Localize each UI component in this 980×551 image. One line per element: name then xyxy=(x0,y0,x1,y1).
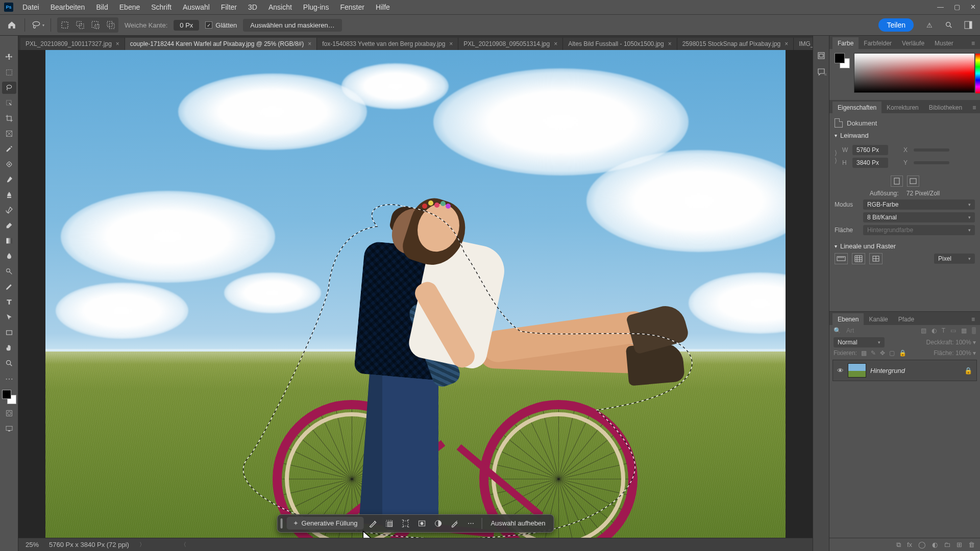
home-icon[interactable] xyxy=(5,18,18,32)
document-tab[interactable]: Altes Bild Fussball - 1050x1500.jpg× xyxy=(563,38,677,50)
lock-transparency-icon[interactable]: ▩ xyxy=(861,349,867,357)
panel-tab-adjustments[interactable]: Korrekturen xyxy=(881,102,924,113)
menu-filter[interactable]: Filter xyxy=(216,1,242,13)
select-and-mask-button[interactable]: Auswählen und maskieren… xyxy=(243,19,341,32)
taskbar-drag-handle-icon[interactable] xyxy=(281,518,283,529)
eyedropper-tool-icon[interactable] xyxy=(2,143,16,155)
layer-effects-icon[interactable]: fx xyxy=(907,541,912,548)
orientation-portrait-icon[interactable] xyxy=(891,176,903,187)
menu-layer[interactable]: Ebene xyxy=(114,1,145,13)
layer-fill-input[interactable]: 100% xyxy=(955,349,971,357)
more-options-icon[interactable]: ⋯ xyxy=(463,516,478,531)
panel-tab-swatches[interactable]: Farbfelder xyxy=(859,37,897,49)
scroll-left-icon[interactable]: 〈 xyxy=(181,541,186,548)
document-tab[interactable]: 2598015 StockSnap auf Pixabay.jpg× xyxy=(677,38,794,50)
color-swap-icon[interactable] xyxy=(2,390,16,404)
tab-close-icon[interactable]: × xyxy=(785,40,788,47)
menu-file[interactable]: Datei xyxy=(17,1,44,13)
blur-tool-icon[interactable] xyxy=(2,250,16,262)
modify-selection-icon[interactable] xyxy=(365,516,380,531)
dodge-tool-icon[interactable] xyxy=(2,265,16,278)
selection-add-icon[interactable] xyxy=(74,18,87,32)
filter-smart-icon[interactable]: ▦ xyxy=(961,327,967,334)
rectangle-tool-icon[interactable] xyxy=(2,327,16,339)
guides-toggle-icon[interactable] xyxy=(869,253,883,264)
opacity-input[interactable]: 100% xyxy=(955,339,971,346)
y-input[interactable] xyxy=(914,161,949,164)
menu-select[interactable]: Auswahl xyxy=(178,1,215,13)
window-minimize-icon[interactable]: — xyxy=(937,3,944,11)
clone-stamp-tool-icon[interactable] xyxy=(2,189,16,201)
ruler-toggle-icon[interactable] xyxy=(835,253,848,264)
menu-help[interactable]: Hilfe xyxy=(371,1,395,13)
move-tool-icon[interactable] xyxy=(2,51,16,63)
filter-toggle-icon[interactable] xyxy=(972,327,976,334)
panel-tab-layers[interactable]: Ebenen xyxy=(832,313,864,325)
document-info[interactable]: 5760 Px x 3840 Px (72 ppi) xyxy=(49,541,129,548)
lock-artboard-icon[interactable]: ▢ xyxy=(889,349,895,357)
panel-menu-icon[interactable]: ≡ xyxy=(966,37,980,49)
tab-close-icon[interactable]: × xyxy=(449,40,453,47)
status-flyout-icon[interactable]: 〉 xyxy=(139,541,145,548)
feather-input[interactable]: 0 Px xyxy=(174,20,199,31)
grid-toggle-icon[interactable] xyxy=(852,253,865,264)
object-selection-tool-icon[interactable] xyxy=(2,97,16,109)
filter-pixel-icon[interactable]: ▧ xyxy=(921,327,926,334)
canvas-area[interactable]: ✦ Generative Füllung ⋯ Auswahl aufheben xyxy=(18,50,813,538)
search-icon[interactable] xyxy=(942,18,955,32)
menu-image[interactable]: Bild xyxy=(91,1,113,13)
generative-fill-button[interactable]: ✦ Generative Füllung xyxy=(287,517,364,530)
alert-icon[interactable]: ⚠ xyxy=(923,18,936,32)
menu-plugins[interactable]: Plug-ins xyxy=(298,1,334,13)
dock-collapse-icon[interactable]: « xyxy=(824,71,827,77)
layer-thumbnail[interactable] xyxy=(848,363,866,378)
window-close-icon[interactable]: ✕ xyxy=(970,3,976,11)
fill-select[interactable]: Hintergrundfarbe▾ xyxy=(863,225,975,235)
hand-tool-icon[interactable] xyxy=(2,342,16,354)
chevron-down-icon[interactable]: ▾ xyxy=(835,243,837,249)
brush-tool-icon[interactable] xyxy=(2,173,16,186)
invert-selection-icon[interactable] xyxy=(382,516,396,531)
panel-tab-channels[interactable]: Kanäle xyxy=(864,313,893,325)
height-input[interactable]: 3840 Px xyxy=(852,158,888,168)
remove-background-icon[interactable] xyxy=(447,516,461,531)
document-tab[interactable]: PXL_20210809_100117327.jpg× xyxy=(20,38,125,50)
filter-shape-icon[interactable]: ▭ xyxy=(950,327,956,334)
gradient-tool-icon[interactable] xyxy=(2,235,16,247)
crop-tool-icon[interactable] xyxy=(2,112,16,124)
type-tool-icon[interactable] xyxy=(2,296,16,308)
new-layer-icon[interactable]: ⊞ xyxy=(957,541,962,548)
healing-brush-tool-icon[interactable] xyxy=(2,158,16,170)
lasso-tool-icon[interactable] xyxy=(2,82,16,94)
panel-tab-color[interactable]: Farbe xyxy=(832,37,859,49)
menu-3d[interactable]: 3D xyxy=(243,1,262,13)
lock-position-icon[interactable]: ✥ xyxy=(880,349,885,357)
zoom-tool-icon[interactable] xyxy=(2,357,16,369)
panel-tab-patterns[interactable]: Muster xyxy=(929,37,959,49)
window-maximize-icon[interactable]: ▢ xyxy=(954,3,960,11)
eraser-tool-icon[interactable] xyxy=(2,219,16,232)
document-tab[interactable]: IMG_202 xyxy=(794,38,813,50)
hue-strip[interactable] xyxy=(975,54,980,93)
group-layers-icon[interactable]: 🗀 xyxy=(944,541,950,548)
visibility-toggle-icon[interactable]: 👁 xyxy=(837,367,844,374)
lasso-tool-icon[interactable]: ▾ xyxy=(31,18,44,32)
pen-tool-icon[interactable] xyxy=(2,281,16,293)
panel-tab-libraries[interactable]: Bibliotheken xyxy=(924,102,967,113)
antialias-checkbox[interactable]: ✓Glätten xyxy=(205,21,237,29)
marquee-tool-icon[interactable] xyxy=(2,66,16,79)
deselect-button[interactable]: Auswahl aufheben xyxy=(485,519,550,527)
lock-pixels-icon[interactable]: ✎ xyxy=(871,349,876,357)
frame-tool-icon[interactable] xyxy=(2,128,16,140)
layer-row[interactable]: 👁 Hintergrund 🔒 xyxy=(832,360,977,381)
width-input[interactable]: 5760 Px xyxy=(852,145,888,155)
orientation-landscape-icon[interactable] xyxy=(907,176,919,187)
create-mask-icon[interactable] xyxy=(414,516,429,531)
panel-tab-gradients[interactable]: Verläufe xyxy=(897,37,929,49)
tab-close-icon[interactable]: × xyxy=(308,40,311,47)
lock-all-icon[interactable]: 🔒 xyxy=(899,349,906,357)
share-button[interactable]: Teilen xyxy=(878,18,914,32)
history-panel-icon[interactable] xyxy=(816,50,827,61)
blend-mode-select[interactable]: Normal▾ xyxy=(834,337,885,347)
selection-subtract-icon[interactable] xyxy=(89,18,102,32)
